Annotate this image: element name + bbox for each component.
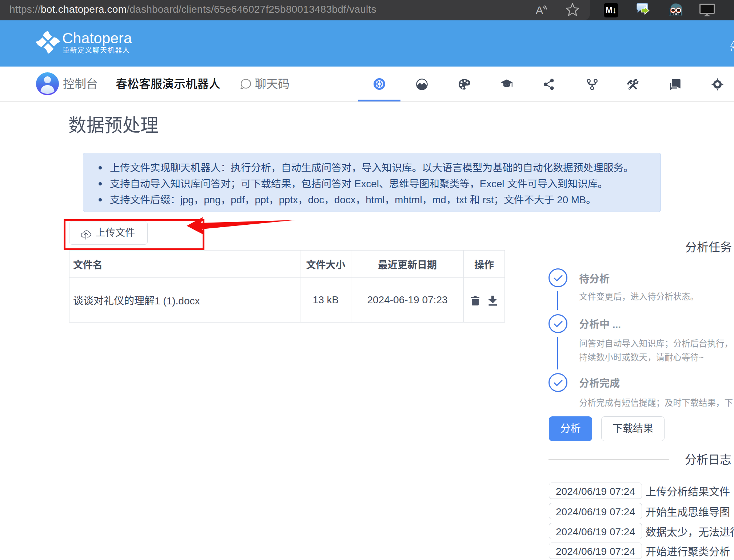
svg-text:A: A xyxy=(536,4,543,16)
